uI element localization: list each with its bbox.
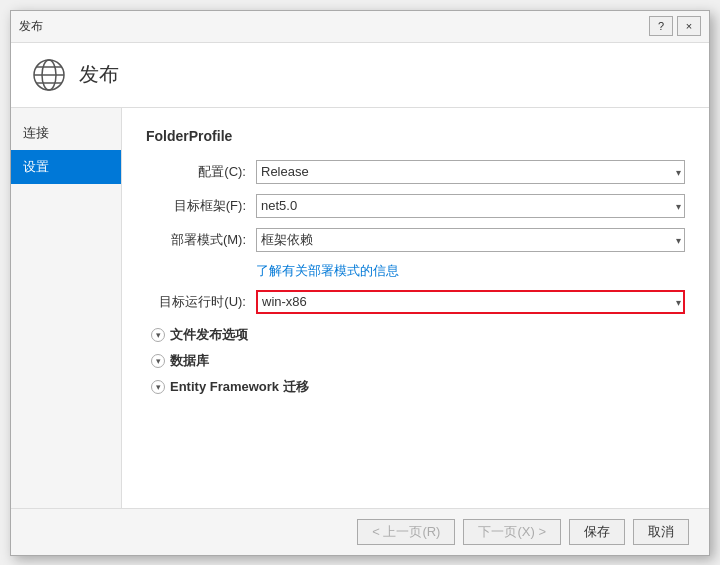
target-framework-select-wrap: net5.0 net6.0 ▾ xyxy=(256,194,685,218)
next-button[interactable]: 下一页(X) > xyxy=(463,519,561,545)
expand-file-publish-label: 文件发布选项 xyxy=(170,326,248,344)
save-button[interactable]: 保存 xyxy=(569,519,625,545)
target-runtime-row: 目标运行时(U): win-x86 win-x64 linux-x64 ▾ xyxy=(146,290,685,314)
expand-ef-migrate-icon: ▾ xyxy=(150,379,166,395)
deploy-mode-select-wrap: 框架依赖 独立 ▾ xyxy=(256,228,685,252)
deploy-mode-row: 部署模式(M): 框架依赖 独立 ▾ xyxy=(146,228,685,252)
content: 连接 设置 FolderProfile 配置(C): Release Debug… xyxy=(11,108,709,508)
config-row: 配置(C): Release Debug ▾ xyxy=(146,160,685,184)
target-framework-row: 目标框架(F): net5.0 net6.0 ▾ xyxy=(146,194,685,218)
target-framework-label: 目标框架(F): xyxy=(146,197,256,215)
expand-database-label: 数据库 xyxy=(170,352,209,370)
footer: < 上一页(R) 下一页(X) > 保存 取消 xyxy=(11,508,709,555)
sidebar: 连接 设置 xyxy=(11,108,121,508)
target-framework-select[interactable]: net5.0 net6.0 xyxy=(256,194,685,218)
deploy-info-link[interactable]: 了解有关部署模式的信息 xyxy=(256,263,399,278)
target-runtime-select[interactable]: win-x86 win-x64 linux-x64 xyxy=(256,290,685,314)
target-runtime-label: 目标运行时(U): xyxy=(146,293,256,311)
globe-icon xyxy=(31,57,67,93)
header: 发布 xyxy=(11,43,709,108)
config-label: 配置(C): xyxy=(146,163,256,181)
dialog: 发布 ? × 发布 连接 设置 FolderProfile xyxy=(10,10,710,556)
expand-file-publish[interactable]: ▾ 文件发布选项 xyxy=(150,326,685,344)
expand-ef-migrate[interactable]: ▾ Entity Framework 迁移 xyxy=(150,378,685,396)
main-content: FolderProfile 配置(C): Release Debug ▾ 目标框… xyxy=(121,108,709,508)
expand-file-publish-icon: ▾ xyxy=(150,327,166,343)
expand-ef-migrate-label: Entity Framework 迁移 xyxy=(170,378,309,396)
title-bar-buttons: ? × xyxy=(649,16,701,36)
close-button[interactable]: × xyxy=(677,16,701,36)
sidebar-item-settings[interactable]: 设置 xyxy=(11,150,121,184)
target-runtime-select-wrap: win-x86 win-x64 linux-x64 ▾ xyxy=(256,290,685,314)
config-select[interactable]: Release Debug xyxy=(256,160,685,184)
deploy-mode-select[interactable]: 框架依赖 独立 xyxy=(256,228,685,252)
header-title: 发布 xyxy=(79,61,119,88)
expand-sections: ▾ 文件发布选项 ▾ 数据库 ▾ Entity Framework 迁移 xyxy=(146,326,685,396)
expand-database[interactable]: ▾ 数据库 xyxy=(150,352,685,370)
title-bar: 发布 ? × xyxy=(11,11,709,43)
deploy-link-row: 了解有关部署模式的信息 xyxy=(256,262,685,280)
section-title: FolderProfile xyxy=(146,128,685,144)
prev-button[interactable]: < 上一页(R) xyxy=(357,519,455,545)
title-bar-text: 发布 xyxy=(19,18,649,35)
help-button[interactable]: ? xyxy=(649,16,673,36)
deploy-mode-label: 部署模式(M): xyxy=(146,231,256,249)
expand-database-icon: ▾ xyxy=(150,353,166,369)
cancel-button[interactable]: 取消 xyxy=(633,519,689,545)
sidebar-item-connect[interactable]: 连接 xyxy=(11,116,121,150)
config-select-wrap: Release Debug ▾ xyxy=(256,160,685,184)
